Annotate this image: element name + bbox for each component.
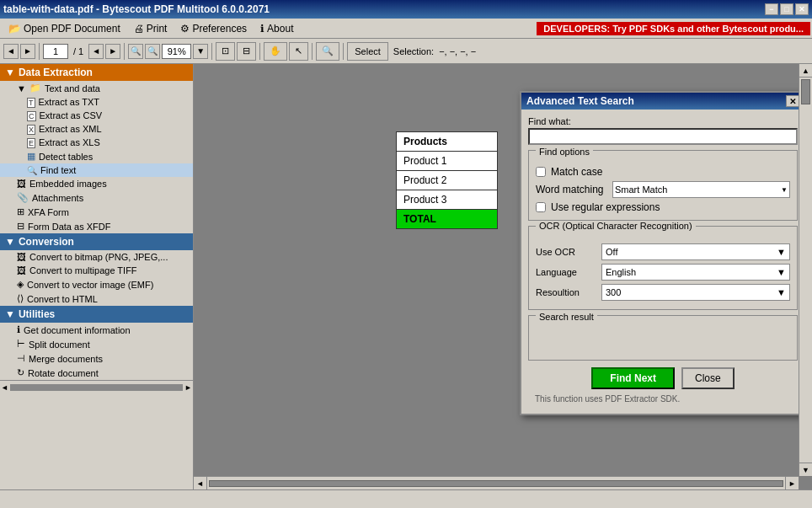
resolution-dropdown[interactable]: 300 ▼ [601, 284, 790, 301]
sidebar-item-form-data-xfdf[interactable]: ⊟ Form Data as XFDF [0, 219, 193, 233]
sidebar-item-rotate[interactable]: ↻ Rotate document [0, 366, 193, 380]
sidebar-item-extract-xls[interactable]: Extract as XLS [0, 136, 193, 149]
word-matching-dropdown[interactable]: Smart Match ▼ [612, 181, 790, 198]
find-what-input[interactable] [528, 128, 798, 145]
dev-banner: DEVELOPERS: Try PDF SDKs and other Bytes… [537, 22, 810, 35]
table-total-cell: TOTAL [397, 210, 498, 229]
fit-width-button[interactable]: ⊟ [237, 42, 256, 61]
sidebar-item-extract-xml[interactable]: Extract as XML [0, 122, 193, 136]
match-case-checkbox[interactable] [536, 167, 546, 177]
language-label: Language [536, 267, 595, 277]
selection-label: Selection: [390, 46, 437, 56]
sidebar-item-find-text[interactable]: Find text [0, 163, 193, 177]
info-icon: ℹ [17, 324, 20, 335]
sidebar-item-text-and-data[interactable]: ▼ 📁 Text and data [0, 81, 193, 95]
sidebar-scrollbar[interactable]: ◄ ► [0, 380, 193, 393]
word-matching-value: Smart Match [615, 184, 667, 195]
table-header-cell: Products [397, 132, 498, 152]
merge-icon: ⊣ [17, 353, 25, 364]
zoom-in-button[interactable]: 🔍 [145, 44, 160, 59]
sidebar-item-convert-emf[interactable]: ◈ Convert to vector image (EMF) [0, 277, 193, 291]
prefs-icon: ⚙ [180, 23, 190, 35]
zoom-out-button[interactable]: 🔍 [128, 44, 143, 59]
bitmap-icon: 🖼 [17, 252, 26, 262]
utilities-expand-icon: ▼ [5, 308, 15, 320]
csv-icon [27, 110, 36, 120]
toolbar-separator-6 [343, 43, 344, 60]
toolbar-separator-4 [259, 43, 260, 60]
tiff-icon: 🖼 [17, 265, 26, 275]
rotate-icon: ↻ [17, 367, 24, 378]
table-cell-product3: Product 3 [397, 190, 498, 210]
data-extraction-header[interactable]: ▼ Data Extraction [0, 64, 193, 81]
sidebar-item-extract-csv[interactable]: Extract as CSV [0, 109, 193, 122]
search-result-group: Search result [528, 315, 798, 361]
word-matching-row: Word matching Smart Match ▼ [536, 181, 790, 198]
fit-page-button[interactable]: ⊡ [216, 42, 235, 61]
sidebar-item-convert-tiff[interactable]: 🖼 Convert to multipage TIFF [0, 264, 193, 277]
dialog-body: Find what: Find options Match case Word … [521, 110, 804, 414]
use-regex-checkbox[interactable] [536, 202, 546, 212]
zoom-dropdown-button[interactable]: ▼ [193, 44, 208, 59]
sidebar-item-split[interactable]: ⊢ Split document [0, 337, 193, 351]
form-icon: ⊟ [17, 221, 24, 232]
attachments-icon: 📎 [17, 192, 29, 203]
use-ocr-arrow: ▼ [777, 247, 786, 257]
close-window-button[interactable]: ✕ [795, 3, 809, 15]
back-button[interactable]: ◄ [3, 44, 19, 59]
find-next-button[interactable]: Find Next [591, 367, 675, 389]
v-scrollbar[interactable]: ▲ ▼ [799, 64, 812, 476]
conversion-header[interactable]: ▼ Conversion [0, 233, 193, 250]
sidebar-item-convert-bitmap[interactable]: 🖼 Convert to bitmap (PNG, JPEG,... [0, 250, 193, 264]
resolution-row: Resoultion 300 ▼ [536, 284, 790, 301]
sidebar-item-embedded-images[interactable]: 🖼 Embedded images [0, 177, 193, 190]
page-number-input[interactable] [43, 44, 68, 59]
language-dropdown[interactable]: English ▼ [601, 264, 790, 281]
table-row: Product 2 [397, 171, 498, 190]
zoom-input[interactable] [162, 44, 191, 59]
toolbar: ◄ ► / 1 ◄ ► 🔍 🔍 ▼ ⊡ ⊟ ✋ ↖ 🔍 Select Selec… [0, 39, 812, 64]
menu-print[interactable]: 🖨 Print [127, 21, 174, 36]
table-icon [27, 151, 35, 162]
toolbar-separator-3 [211, 43, 212, 60]
prev-page-button[interactable]: ◄ [88, 44, 104, 59]
word-matching-arrow: ▼ [781, 186, 788, 194]
sidebar-item-get-doc-info[interactable]: ℹ Get document information [0, 323, 193, 337]
folder-icon: 📁 [29, 83, 41, 94]
menu-open[interactable]: 📂 Open PDF Document [2, 21, 127, 36]
sidebar-item-detect-tables[interactable]: Detect tables [0, 149, 193, 163]
minimize-button[interactable]: − [765, 3, 778, 15]
search-toolbar-button[interactable]: 🔍 [316, 42, 339, 61]
split-icon: ⊢ [17, 339, 25, 350]
sidebar-item-convert-html[interactable]: ⟨⟩ Convert to HTML [0, 291, 193, 306]
sidebar-item-extract-txt[interactable]: Extract as TXT [0, 95, 193, 109]
maximize-button[interactable]: □ [780, 3, 793, 15]
select-button[interactable]: Select [347, 42, 388, 61]
resolution-arrow: ▼ [777, 287, 786, 297]
txt-icon [27, 97, 35, 107]
close-dialog-button[interactable]: Close [681, 367, 735, 389]
forward-button[interactable]: ► [20, 44, 35, 59]
use-ocr-dropdown[interactable]: Off ▼ [601, 243, 790, 260]
menu-about[interactable]: ℹ About [254, 21, 300, 36]
table-total-row: TOTAL [397, 210, 498, 229]
match-case-label: Match case [551, 166, 602, 178]
cursor-tool-button[interactable]: ↖ [289, 42, 308, 61]
dialog-title-bar: Advanced Text Search ✕ [521, 93, 804, 110]
sidebar-item-merge[interactable]: ⊣ Merge documents [0, 351, 193, 366]
utilities-header[interactable]: ▼ Utilities [0, 306, 193, 323]
about-icon: ℹ [260, 23, 264, 35]
h-scrollbar[interactable]: ◄ ► [194, 476, 799, 489]
use-ocr-value: Off [606, 247, 617, 257]
xml-icon [27, 124, 35, 134]
folder-expand-icon: ▼ [17, 83, 26, 94]
toolbar-separator-5 [312, 43, 313, 60]
toolbar-separator-1 [39, 43, 40, 60]
menu-preferences[interactable]: ⚙ Preferences [174, 21, 254, 36]
ocr-group-title: OCR (Optical Character Recognition) [536, 221, 696, 231]
dialog-close-button[interactable]: ✕ [786, 95, 799, 107]
sidebar-item-xfa-form[interactable]: ⊞ XFA Form [0, 205, 193, 219]
hand-tool-button[interactable]: ✋ [264, 42, 287, 61]
sidebar-item-attachments[interactable]: 📎 Attachments [0, 190, 193, 205]
next-page-button[interactable]: ► [105, 44, 120, 59]
